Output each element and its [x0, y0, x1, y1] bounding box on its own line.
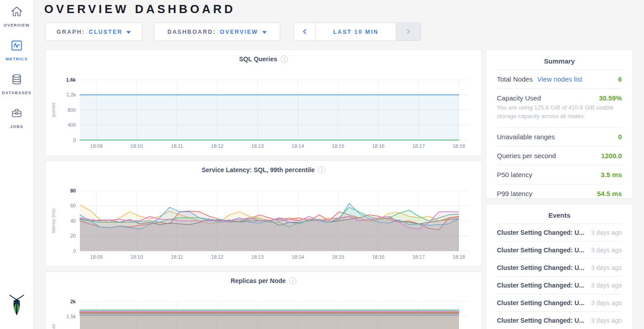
sidebar-item-label: OVERVIEW — [4, 23, 30, 27]
summary-row-unavailable-ranges: Unavailable ranges 0 — [497, 127, 622, 146]
time-range-picker: LAST 10 MIN — [293, 23, 421, 41]
sidebar-item-databases[interactable]: DATABASES — [2, 73, 31, 95]
event-title: Cluster Setting Changed: U... — [497, 282, 584, 289]
svg-text:18:11: 18:11 — [171, 254, 183, 260]
briefcase-icon — [10, 107, 23, 121]
svg-text:18:14: 18:14 — [292, 143, 304, 149]
summary-row-value: 1200.0 — [601, 152, 622, 160]
cockroachdb-logo — [7, 294, 26, 318]
summary-panel: Summary Total Nodes View nodes list 6 Ca… — [486, 50, 633, 199]
event-row[interactable]: Cluster Setting Changed: U... 3 days ago — [497, 241, 622, 259]
summary-row-label: Queries per second — [497, 152, 556, 160]
summary-row-label: P50 latency — [497, 171, 532, 178]
service-latency-panel: Service Latency: SQL, 99th percentile i … — [45, 160, 482, 267]
event-title: Cluster Setting Changed: U... — [497, 264, 584, 271]
svg-text:0: 0 — [73, 248, 76, 254]
event-row[interactable]: Cluster Setting Changed: U... 3 days ago — [497, 259, 622, 276]
service-latency-chart[interactable]: 18:0918:1018:1118:1218:1318:1418:1518:16… — [46, 161, 482, 266]
home-icon — [10, 5, 23, 20]
events-panel: Events Cluster Setting Changed: U... 3 d… — [486, 204, 633, 329]
replicas-per-node-panel: Replicas per Node i 18:0918:1018:1118:12… — [45, 271, 482, 329]
sidebar-item-overview[interactable]: OVERVIEW — [4, 5, 30, 27]
sidebar-item-label: METRICS — [6, 57, 28, 61]
page-title: OVERVIEW DASHBOARD — [44, 2, 236, 16]
metrics-icon — [10, 39, 23, 54]
event-row[interactable]: Cluster Setting Changed: U... 3 days ago — [497, 311, 622, 329]
time-range-button[interactable]: LAST 10 MIN — [315, 23, 396, 41]
graph-dropdown[interactable]: GRAPH: CLUSTER — [45, 23, 143, 41]
summary-row-value: 54.5 ms — [597, 190, 622, 197]
sidebar-item-label: JOBS — [10, 124, 23, 129]
svg-text:18:17: 18:17 — [412, 143, 425, 149]
svg-text:18:09: 18:09 — [90, 254, 103, 260]
summary-title: Summary — [497, 50, 622, 69]
chevron-down-icon — [262, 29, 267, 35]
svg-text:queries: queries — [51, 103, 56, 118]
chevron-right-icon — [407, 28, 410, 36]
svg-text:18:10: 18:10 — [130, 143, 143, 149]
sidebar-item-jobs[interactable]: JOBS — [10, 107, 23, 129]
event-time: 3 days ago — [591, 247, 622, 254]
time-forward-button[interactable] — [396, 23, 421, 41]
sidebar: OVERVIEW METRICS DATABASES JOBS — [0, 0, 34, 329]
svg-text:18:16: 18:16 — [372, 143, 385, 149]
svg-text:latency (ms): latency (ms) — [51, 209, 56, 233]
event-title: Cluster Setting Changed: U... — [497, 247, 584, 254]
svg-text:60: 60 — [70, 203, 76, 208]
event-title: Cluster Setting Changed: U... — [497, 317, 584, 324]
event-time: 3 days ago — [591, 282, 622, 289]
svg-text:18:12: 18:12 — [211, 143, 224, 149]
sidebar-item-metrics[interactable]: METRICS — [6, 39, 28, 61]
svg-text:1.2k: 1.2k — [66, 92, 76, 97]
svg-text:18:18: 18:18 — [453, 254, 465, 260]
svg-text:18:17: 18:17 — [412, 254, 425, 260]
capacity-description: You are using 125.6 GiB of 410.6 GiB usa… — [497, 104, 622, 121]
svg-text:18:14: 18:14 — [292, 254, 304, 260]
graph-dropdown-label: GRAPH: — [57, 29, 85, 35]
summary-row-value: 6 — [618, 75, 622, 83]
svg-text:18:09: 18:09 — [90, 143, 103, 149]
svg-text:1.6k: 1.6k — [66, 77, 76, 82]
svg-text:18:10: 18:10 — [130, 254, 143, 260]
sidebar-item-label: DATABASES — [2, 91, 31, 95]
events-title: Events — [497, 204, 622, 224]
sql-queries-chart[interactable]: 18:0918:1018:1118:1218:1318:1418:1518:16… — [46, 50, 482, 155]
svg-text:1.5k: 1.5k — [66, 314, 76, 319]
svg-text:18:15: 18:15 — [332, 143, 344, 149]
svg-text:800: 800 — [68, 107, 76, 113]
summary-row-value: 30.59% — [599, 94, 622, 102]
summary-row-queries-per-second: Queries per second 1200.0 — [497, 146, 622, 165]
event-time: 3 days ago — [591, 264, 622, 271]
svg-text:18:13: 18:13 — [251, 254, 264, 260]
svg-text:80: 80 — [70, 188, 76, 193]
summary-row-label: Total Nodes — [497, 75, 533, 83]
event-row[interactable]: Cluster Setting Changed: U... 3 days ago — [497, 294, 622, 311]
dashboard-dropdown-value: OVERVIEW — [220, 29, 258, 35]
svg-text:18:16: 18:16 — [372, 254, 385, 260]
dashboard-dropdown-label: DASHBOARD: — [167, 29, 216, 35]
view-nodes-list-link[interactable]: View nodes list — [537, 75, 582, 83]
dashboard-dropdown[interactable]: DASHBOARD: OVERVIEW — [154, 23, 280, 41]
summary-row-label: Unavailable ranges — [497, 133, 555, 141]
svg-text:2k: 2k — [70, 299, 76, 304]
svg-text:18:11: 18:11 — [171, 143, 183, 149]
svg-text:replicas: replicas — [51, 324, 56, 329]
replicas-per-node-chart[interactable]: 18:0918:1018:1118:1218:1318:1418:1518:16… — [46, 272, 482, 329]
svg-text:0: 0 — [73, 137, 76, 143]
time-back-button[interactable] — [294, 23, 315, 41]
summary-row-p50-latency: P50 latency 3.5 ms — [497, 165, 622, 184]
summary-row-label: Capacity Used — [497, 94, 541, 102]
summary-row-label: P99 latency — [497, 190, 532, 197]
summary-row-total-nodes: Total Nodes View nodes list 6 — [497, 69, 622, 88]
svg-text:18:18: 18:18 — [453, 143, 465, 149]
event-row[interactable]: Cluster Setting Changed: U... 3 days ago — [497, 224, 622, 241]
summary-row-capacity-used: Capacity Used 30.59% You are using 125.6… — [497, 88, 622, 127]
svg-text:20: 20 — [70, 233, 76, 238]
svg-text:18:15: 18:15 — [332, 254, 344, 260]
svg-text:40: 40 — [70, 218, 76, 224]
sql-queries-panel: SQL Queries i 18:0918:1018:1118:1218:131… — [45, 50, 482, 156]
graph-dropdown-value: CLUSTER — [89, 29, 122, 35]
database-icon — [10, 73, 23, 87]
summary-row-p99-latency: P99 latency 54.5 ms — [497, 184, 622, 203]
event-row[interactable]: Cluster Setting Changed: U... 3 days ago — [497, 276, 622, 294]
